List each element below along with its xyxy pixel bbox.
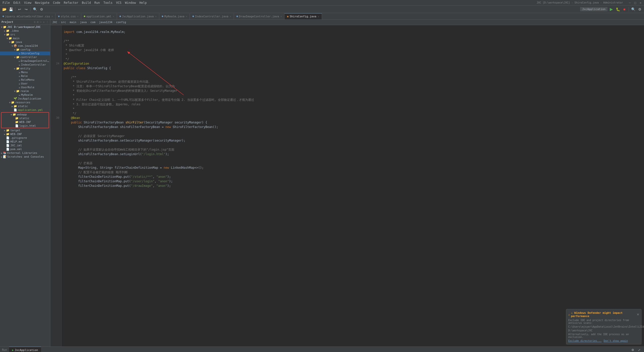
close-tab-icon[interactable]: ✕ — [113, 15, 114, 18]
undo-btn[interactable]: ↩ — [17, 7, 22, 12]
close-tab-icon[interactable]: ✕ — [318, 15, 319, 18]
close-btn[interactable]: ✕ — [638, 1, 643, 5]
search-btn[interactable]: 🔍 — [32, 7, 38, 12]
sidebar-tree[interactable]: ▼ 📁 JXC D:\workspace\JXC ▶ 📁 .idea ▼ 📁 s… — [0, 25, 50, 346]
menu-file[interactable]: File — [1, 1, 11, 5]
redo-btn[interactable]: ↪ — [23, 7, 29, 12]
tree-arrow: ▶ — [4, 129, 6, 132]
tree-arrow — [4, 144, 6, 147]
menu-vcs[interactable]: VCS — [114, 1, 123, 5]
tree-java[interactable]: ▼ 📁 java — [0, 40, 50, 44]
tree-menu[interactable]: ☕ Menu — [0, 70, 50, 74]
close-tab-icon[interactable]: ✕ — [77, 15, 78, 18]
menu-help[interactable]: Help — [138, 1, 148, 5]
tree-src[interactable]: ▼ 📁 src — [0, 33, 50, 36]
tree-jxcapp[interactable]: 🌱 JxcApplication — [0, 97, 50, 101]
tree-appyml[interactable]: 📄 application.yml — [0, 108, 50, 112]
menu-window[interactable]: Window — [124, 1, 137, 5]
dont-show-link[interactable]: Don't show again — [603, 339, 628, 342]
tree-loginhtml[interactable]: 📄 login.html — [2, 124, 49, 128]
tree-entity[interactable]: ▶ 📁 entity — [0, 67, 50, 70]
close-notification-btn[interactable]: ✕ — [637, 313, 639, 316]
close-tab-icon[interactable]: ✕ — [230, 15, 231, 18]
tree-userrole[interactable]: ☕ UserRole — [0, 85, 50, 89]
run-btn[interactable]: ▶ — [609, 7, 614, 12]
save-btn[interactable]: 💾 — [8, 7, 14, 12]
menu-build[interactable]: Build — [80, 1, 92, 5]
menu-run[interactable]: Run — [93, 1, 101, 5]
maximize-bottom-btn[interactable]: ⤢ — [636, 347, 642, 352]
tree-webapp-static[interactable]: 📁 static — [2, 116, 49, 120]
search-everywhere-btn[interactable]: 🔍 — [630, 7, 636, 12]
tree-project[interactable]: ▼ 📁 JXC D:\workspace\JXC — [0, 25, 50, 29]
maximize-btn[interactable]: □ — [633, 1, 638, 5]
tab-jquery-scrollbar[interactable]: jquery.mCustomScrollbar.css ✕ — [0, 13, 56, 19]
notification-actions: Exclude directories... Don't show again — [568, 339, 639, 342]
tree-label: UserRole — [21, 86, 34, 89]
close-tab-icon[interactable]: ✕ — [186, 15, 187, 18]
close-tab-icon[interactable]: ✕ — [52, 15, 53, 18]
tree-controller[interactable]: ▼ 📁 controller — [0, 55, 50, 59]
tree-label: WEB-INF — [10, 133, 22, 136]
exclude-dirs-link[interactable]: Exclude directories... — [568, 339, 601, 342]
tab-jxcapplication[interactable]: JxcApplication.java ✕ — [117, 13, 159, 19]
menu-edit[interactable]: Edit — [12, 1, 22, 5]
menu-refactor[interactable]: Refactor — [62, 1, 80, 5]
tree-shiroconfig[interactable]: ☕ ShiroConfig — [0, 52, 50, 55]
code-content[interactable]: import com.java1234.realm.MyRealm; /** *… — [62, 25, 644, 346]
tree-myrealm[interactable]: ☕ MyRealm — [0, 93, 50, 97]
tree-main[interactable]: ▼ 📁 main — [0, 36, 50, 40]
tree-label: WEB-INF — [19, 120, 31, 124]
tree-target[interactable]: ▶ 📁 target — [0, 128, 50, 132]
tree-drawimage[interactable]: ☕ DrawImageController — [0, 59, 50, 63]
tree-resources[interactable]: ▼ 📁 resources — [0, 101, 50, 104]
breadcrumb-main: main — [70, 21, 76, 24]
debug-btn[interactable]: 🐛 — [615, 7, 621, 12]
tree-role[interactable]: ☕ Role — [0, 74, 50, 78]
tree-indexctrl[interactable]: ☕ IndexController — [0, 63, 50, 67]
settings-btn[interactable]: ⚙ — [39, 7, 44, 12]
tree-user[interactable]: ☕ User — [0, 82, 50, 85]
run-tab[interactable]: Run — [0, 347, 9, 352]
menu-tools[interactable]: Tools — [102, 1, 114, 5]
stop-btn[interactable]: ■ — [622, 7, 627, 12]
menu-view[interactable]: View — [23, 1, 33, 5]
tree-ext-libs[interactable]: ▶ 📚 External Libraries — [0, 151, 50, 155]
tree-rolemenu[interactable]: ☕ RoleMenu — [0, 78, 50, 82]
tab-style-css[interactable]: style.css ✕ — [56, 13, 81, 19]
settings2-btn[interactable]: ⚙ — [637, 7, 642, 12]
tree-comjava1234[interactable]: ▼ 📦 com.java1234 — [0, 44, 50, 48]
tree-webapp[interactable]: ▼ 📁 webapp — [2, 113, 49, 116]
tab-label: MyRealm.java — [164, 15, 184, 18]
tree-jxciml[interactable]: 📄 JXC.iml — [0, 144, 50, 147]
tree-static[interactable]: ▶ 📁 static — [0, 104, 50, 108]
tree-label: JXC.iml — [10, 144, 22, 147]
tree-helpmd[interactable]: 📄 HELP.md — [0, 140, 50, 144]
tab-shiroconfig[interactable]: ShiroConfig.java ✕ — [285, 13, 322, 19]
jxcapp-tab[interactable]: ▶ JxcApplication — [9, 347, 41, 352]
menu-navigate[interactable]: Navigate — [33, 1, 51, 5]
line-num — [52, 30, 59, 34]
tab-drawimagecontroller[interactable]: DrawImageController.java ✕ — [234, 13, 285, 19]
close-tab-icon[interactable]: ✕ — [155, 15, 156, 18]
tab-myrealm[interactable]: MyRealm.java ✕ — [159, 13, 190, 19]
close-tab-icon[interactable]: ✕ — [280, 15, 282, 18]
code-view[interactable]: 24 30 — [50, 25, 644, 346]
settings-bottom-btn[interactable]: ⚙ — [630, 347, 635, 352]
tab-application-yml[interactable]: application.yml ✕ — [81, 13, 117, 19]
tree-gitignore[interactable]: 📄 .gitignore — [0, 136, 50, 140]
tree-realm[interactable]: ▼ 📁 realm — [0, 89, 50, 93]
webapp-highlight-box: ▼ 📁 webapp 📁 static 📁 WEB-INF 📄 — [1, 112, 49, 128]
open-folder-btn[interactable]: 📂 — [2, 7, 7, 12]
tree-webinf-inner[interactable]: 📁 WEB-INF — [2, 120, 49, 124]
tree-webinf-outer[interactable]: ▶ 📁 WEB-INF — [0, 132, 50, 136]
run-config-dropdown[interactable]: JxcApplication — [580, 7, 608, 11]
tab-indexcontroller[interactable]: IndexController.java ✕ — [190, 13, 234, 19]
menu-code[interactable]: Code — [52, 1, 62, 5]
tree-pomxml[interactable]: 📄 pom.xml — [0, 147, 50, 151]
window-title: JXC [D:\workspace\JXC] - ShiroConfig.jav… — [535, 1, 624, 5]
tree-config[interactable]: ▼ 📁 config — [0, 48, 50, 52]
tree-scratches[interactable]: ▶ 📝 Scratches and Consoles — [0, 155, 50, 159]
minimize-btn[interactable]: – — [627, 1, 632, 5]
tree-idea[interactable]: ▶ 📁 .idea — [0, 29, 50, 33]
